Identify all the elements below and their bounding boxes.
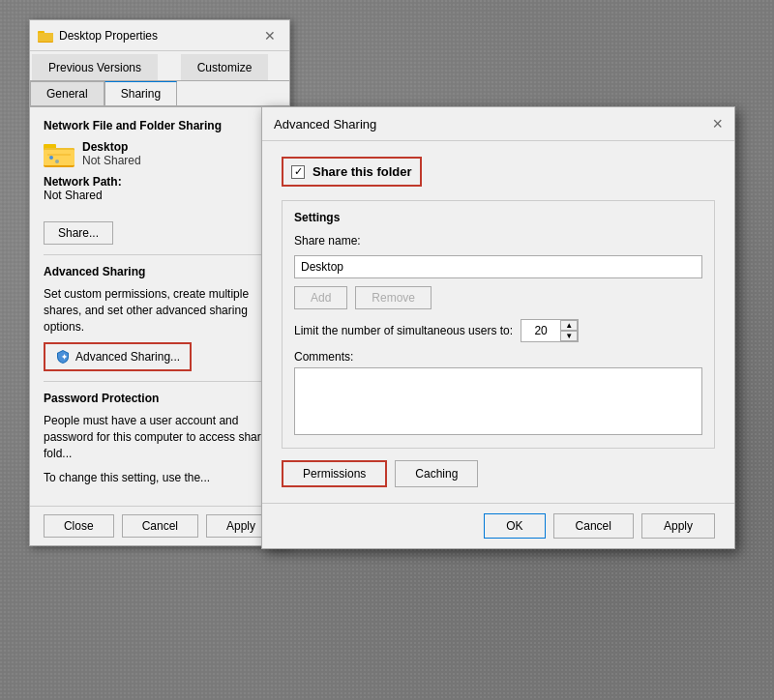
password-section-title: Password Protection <box>44 392 276 405</box>
share-button[interactable]: Share... <box>44 221 113 245</box>
desktop-props-footer: Close Cancel Apply <box>30 506 289 545</box>
dialog-footer: OK Cancel Apply <box>262 503 734 548</box>
titlebar: Desktop Properties ✕ <box>30 20 289 51</box>
folder-name: Desktop <box>82 140 141 154</box>
dialog-cancel-button[interactable]: Cancel <box>553 513 634 539</box>
comments-textarea[interactable] <box>294 367 702 435</box>
svg-rect-2 <box>38 33 53 42</box>
dialog-ok-button[interactable]: OK <box>484 513 545 539</box>
cancel-button[interactable]: Cancel <box>122 514 198 538</box>
remove-button[interactable]: Remove <box>355 286 432 309</box>
network-path-value: Not Shared <box>44 189 276 202</box>
password-section: Password Protection People must have a u… <box>44 392 276 485</box>
shield-icon: ✦ <box>55 349 71 365</box>
caching-button[interactable]: Caching <box>395 460 478 487</box>
close-button[interactable]: Close <box>44 514 114 538</box>
share-name-row: Share name: <box>294 234 702 248</box>
tab-sharing[interactable]: Sharing <box>104 81 177 105</box>
limit-users-row: Limit the number of simultaneous users t… <box>294 319 702 342</box>
password-desc2: To change this setting, use the... <box>44 470 276 486</box>
limit-label: Limit the number of simultaneous users t… <box>294 324 513 337</box>
share-name-input[interactable] <box>294 255 702 278</box>
add-button[interactable]: Add <box>294 286 347 309</box>
spin-up-button[interactable]: ▲ <box>560 320 578 331</box>
divider1 <box>44 254 276 255</box>
advanced-sharing-section: Advanced Sharing Set custom permissions,… <box>44 265 276 371</box>
tab-general[interactable]: General <box>30 81 104 105</box>
password-desc: People must have a user account and pass… <box>44 413 276 461</box>
share-name-label: Share name: <box>294 234 372 248</box>
spinner-buttons: ▲ ▼ <box>560 320 578 341</box>
dialog-apply-button[interactable]: Apply <box>641 513 715 539</box>
users-number-input[interactable] <box>521 320 560 341</box>
add-remove-row: Add Remove <box>294 286 702 309</box>
network-path-section: Network Path: Not Shared <box>44 175 276 202</box>
svg-point-9 <box>55 160 59 163</box>
share-folder-row: ✓ Share this folder <box>282 157 422 187</box>
perm-cache-row: Permissions Caching <box>282 460 715 487</box>
folder-name-status: Desktop Not Shared <box>82 140 141 167</box>
comments-label: Comments: <box>294 350 702 364</box>
dialog-content: ✓ Share this folder Settings Share name:… <box>262 141 734 503</box>
advanced-section-title: Advanced Sharing <box>44 265 276 278</box>
share-folder-checkbox[interactable]: ✓ <box>291 165 305 179</box>
network-section-title: Network File and Folder Sharing <box>44 119 276 132</box>
svg-rect-7 <box>47 154 71 156</box>
advanced-btn-label: Advanced Sharing... <box>75 350 180 364</box>
divider2 <box>44 381 276 382</box>
advanced-sharing-dialog: Advanced Sharing × ✓ Share this folder S… <box>261 106 735 549</box>
svg-text:✦: ✦ <box>61 353 68 362</box>
number-input-wrap: ▲ ▼ <box>521 319 579 342</box>
advanced-desc: Set custom permissions, create multiple … <box>44 286 276 335</box>
settings-group: Settings Share name: Add Remove Limit th… <box>282 200 715 449</box>
network-path-label: Network Path: <box>44 175 276 189</box>
folder-info: Desktop Not Shared <box>44 140 276 167</box>
spin-down-button[interactable]: ▼ <box>560 331 578 341</box>
dialog-close-button[interactable]: × <box>712 115 723 132</box>
tabs-row2: General Sharing <box>30 81 289 107</box>
folder-large-icon <box>44 140 74 167</box>
window-close-button[interactable]: ✕ <box>258 24 282 47</box>
svg-rect-6 <box>44 150 74 165</box>
desktop-props-window: Desktop Properties ✕ Previous Versions C… <box>29 19 290 546</box>
folder-title-icon <box>38 28 53 44</box>
tab-customize[interactable]: Customize <box>181 54 269 80</box>
window-title: Desktop Properties <box>59 29 158 43</box>
share-folder-label: Share this folder <box>313 164 412 179</box>
dialog-title: Advanced Sharing <box>274 117 376 131</box>
comments-section: Comments: <box>294 350 702 438</box>
tab-previous-versions[interactable]: Previous Versions <box>32 54 158 80</box>
svg-point-8 <box>49 156 53 160</box>
window-content: Network File and Folder Sharing Desktop … <box>30 107 289 506</box>
dialog-titlebar: Advanced Sharing × <box>262 107 734 141</box>
settings-group-title: Settings <box>294 211 702 224</box>
folder-status: Not Shared <box>82 154 141 167</box>
titlebar-left: Desktop Properties <box>38 28 158 44</box>
advanced-sharing-button[interactable]: ✦ Advanced Sharing... <box>44 342 192 371</box>
tabs-row1: Previous Versions Customize <box>30 51 289 81</box>
permissions-button[interactable]: Permissions <box>282 460 387 487</box>
